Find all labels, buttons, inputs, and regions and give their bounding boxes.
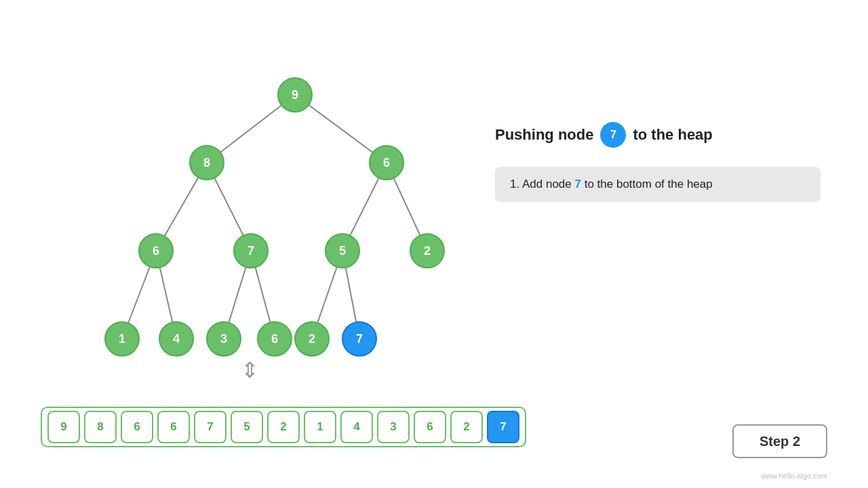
array-cell-10: 6 xyxy=(414,411,446,443)
array-area: 9866752143627 xyxy=(41,407,526,447)
node-n2b: 2 xyxy=(294,321,330,357)
node-n5: 5 xyxy=(325,233,360,268)
node-n3: 3 xyxy=(206,321,241,357)
array-wrapper: 9866752143627 xyxy=(41,407,526,447)
push-node-badge: 7 xyxy=(600,122,626,148)
array-cell-9: 3 xyxy=(377,411,410,443)
node-n6a: 6 xyxy=(369,145,404,180)
array-cell-12: 7 xyxy=(487,411,519,443)
node-n6c: 6 xyxy=(257,321,292,357)
double-arrow-icon: ⇕ xyxy=(241,359,259,381)
array-cell-2: 6 xyxy=(121,411,153,443)
tree-area: 9866752143627 xyxy=(41,27,488,407)
array-cell-11: 2 xyxy=(450,411,483,443)
array-cell-8: 4 xyxy=(340,411,373,443)
array-cell-6: 2 xyxy=(267,411,300,443)
double-arrow-area: ⇕ xyxy=(241,359,259,381)
push-text-after: to the heap xyxy=(633,126,712,144)
array-cell-3: 6 xyxy=(157,411,190,443)
step-button-label: Step 2 xyxy=(760,434,800,449)
node-n4: 4 xyxy=(159,321,194,357)
node-n9: 9 xyxy=(277,77,313,113)
step-instruction-text: 1. Add node 7 to the bottom of the heap xyxy=(510,178,713,191)
array-cell-4: 7 xyxy=(194,411,226,443)
push-text-before: Pushing node xyxy=(495,126,593,144)
node-n6b: 6 xyxy=(138,233,174,268)
node-n8: 8 xyxy=(189,145,224,180)
array-cell-0: 9 xyxy=(47,411,80,443)
step-instruction-box: 1. Add node 7 to the bottom of the heap xyxy=(495,167,821,202)
push-title: Pushing node 7 to the heap xyxy=(495,122,821,148)
node-n1: 1 xyxy=(104,321,140,357)
right-panel: Pushing node 7 to the heap 1. Add node 7… xyxy=(495,122,821,202)
node-n7b: 7 xyxy=(342,321,377,357)
watermark: www.hello-algo.com xyxy=(761,472,827,480)
node-n2a: 2 xyxy=(410,233,445,268)
array-cell-5: 5 xyxy=(231,411,263,443)
step-button[interactable]: Step 2 xyxy=(732,424,827,458)
array-cell-7: 1 xyxy=(304,411,336,443)
array-cell-1: 8 xyxy=(84,411,117,443)
node-n7a: 7 xyxy=(233,233,269,268)
